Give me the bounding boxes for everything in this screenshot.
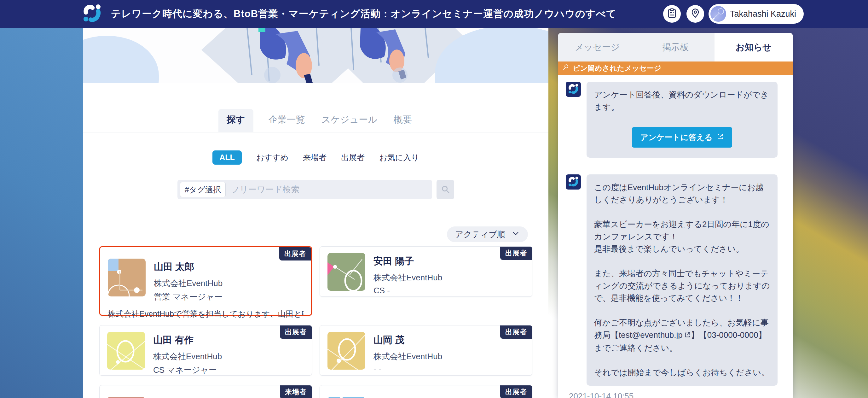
panel-tab-messages[interactable]: メッセージ xyxy=(558,33,637,61)
tab-overview[interactable]: 概要 xyxy=(393,109,413,132)
external-link-icon xyxy=(716,133,724,142)
attendee-card-grid: 出展者 山田 太郎 株式会社EventHub 営業 マネージャー xyxy=(99,246,532,398)
eventhub-avatar xyxy=(566,82,581,97)
attendee-role: CS - xyxy=(373,286,442,295)
attendee-name: 山田 有作 xyxy=(153,334,222,347)
attendee-role: - - xyxy=(373,365,442,374)
tab-sagasu[interactable]: 探す xyxy=(218,109,253,132)
search-icon xyxy=(441,184,450,195)
attendee-info: 山田 太郎 株式会社EventHub 営業 マネージャー xyxy=(154,259,222,303)
attendee-card-yamada-taro[interactable]: 出展者 山田 太郎 株式会社EventHub 営業 マネージャー xyxy=(99,246,312,316)
pinned-messages-label: ピン留めされたメッセージ xyxy=(573,63,661,73)
left-background xyxy=(0,28,83,398)
pinned-message-section: アンケート回答後、資料のダウンロードができます。 アンケートに答える xyxy=(558,75,793,166)
attendee-company: 株式会社EventHub xyxy=(373,272,442,283)
app-header: テレワーク時代に変わる、BtoB営業・マーケティング活動：オンラインセミナー運営… xyxy=(0,0,868,28)
attendee-card-yamaoka-shigeru[interactable]: 出展者 山岡 茂 株式会社EventHub - - xyxy=(319,325,532,376)
tab-company-list[interactable]: 企業一覧 xyxy=(267,109,306,132)
attendee-name: 山岡 茂 xyxy=(373,334,442,347)
filter-recommended[interactable]: おすすめ xyxy=(256,152,288,163)
eventhub-logo-icon xyxy=(81,2,103,25)
status-badge: 出展者 xyxy=(500,247,532,260)
attendee-card-yasuda-yoko[interactable]: 出展者 安田 陽子 株式会社EventHub CS - xyxy=(319,246,532,297)
avatar xyxy=(328,397,365,398)
location-button[interactable] xyxy=(686,5,704,23)
search-input[interactable] xyxy=(231,185,427,195)
filter-exhibitors[interactable]: 出展者 xyxy=(341,152,365,163)
message-timestamp: 2021-10-14 10:55 xyxy=(569,391,785,398)
user-menu[interactable]: Takahashi Kazuki xyxy=(709,4,804,24)
attendee-info: Morooka Yuiko xyxy=(153,397,220,398)
avatar xyxy=(107,332,145,370)
attendee-company: 株式会社EventHub xyxy=(154,278,222,289)
location-icon xyxy=(690,8,701,20)
welcome-p3: また、来場者の方々同士でもチャットやミーティングの交流ができるようになっておりま… xyxy=(594,267,770,304)
attendee-card-yamada-yusaku[interactable]: 出展者 山田 有作 株式会社EventHub CS マネージャー xyxy=(99,325,312,376)
search-field: #タグ選択 xyxy=(178,180,432,199)
pinned-message-bubble: アンケート回答後、資料のダウンロードができます。 アンケートに答える xyxy=(587,82,778,158)
filter-all[interactable]: ALL xyxy=(212,150,242,165)
main-content: 探す 企業一覧 スケジュール 概要 ALL おすすめ 来場者 出展者 お気に入り… xyxy=(83,28,549,398)
external-link-icon xyxy=(684,330,691,342)
tag-select-button[interactable]: #タグ選択 xyxy=(180,182,226,197)
tasks-button[interactable] xyxy=(663,5,681,23)
status-badge: 出展者 xyxy=(500,325,532,339)
hero-illustration xyxy=(83,28,549,83)
attendee-name: 山田 太郎 xyxy=(154,260,222,274)
search-button[interactable] xyxy=(436,180,454,199)
status-badge: 出展者 xyxy=(279,247,311,260)
welcome-p5: それでは開始まで今しばらくお待ちください。 xyxy=(594,366,770,379)
attendee-description: 株式会社EventHubで営業を担当しております、山田と申しま… xyxy=(108,309,304,319)
attendee-info: 1. 岩本 総一 xyxy=(373,397,425,398)
filter-visitors[interactable]: 来場者 xyxy=(303,152,327,163)
panel-tab-announcements[interactable]: お知らせ xyxy=(714,33,793,61)
chevron-down-icon xyxy=(512,229,520,240)
attendee-info: 山岡 茂 株式会社EventHub - - xyxy=(373,332,442,374)
status-badge: 出展者 xyxy=(280,325,312,339)
attendee-card-morooka-yuiko[interactable]: 来場者 Morooka Yuiko xyxy=(99,385,312,398)
pinned-message-text: アンケート回答後、資料のダウンロードができます。 xyxy=(594,89,770,113)
pinned-messages-bar: ピン留めされたメッセージ xyxy=(558,61,793,75)
tasks-icon xyxy=(666,8,677,20)
answer-survey-label: アンケートに答える xyxy=(640,132,712,143)
event-title: テレワーク時代に変わる、BtoB営業・マーケティング活動：オンラインセミナー運営… xyxy=(111,0,617,28)
support-email-link[interactable]: test@eventhub.jp xyxy=(619,330,683,340)
user-avatar xyxy=(710,6,726,22)
attendee-card-iwamoto-soichi[interactable]: 出展者 1. 岩本 総一 xyxy=(319,385,532,398)
welcome-p1: この度はEventHubオンラインセミナーにお越しくださりありがとうございます！ xyxy=(594,181,770,206)
pin-icon xyxy=(563,64,569,73)
communication-panel: メッセージ 掲示板 お知らせ ピン留めされたメッセージ アンケート xyxy=(558,33,793,398)
panel-tabs: メッセージ 掲示板 お知らせ xyxy=(558,33,793,61)
status-badge: 来場者 xyxy=(280,386,312,398)
sort-dropdown[interactable]: アクティブ順 xyxy=(447,226,528,242)
panel-tab-board[interactable]: 掲示板 xyxy=(637,33,714,61)
eventhub-avatar xyxy=(566,174,581,190)
welcome-p4: 何かご不明な点がございましたら、お気軽に事務局【test@eventhub.jp… xyxy=(594,317,770,354)
tab-schedule[interactable]: スケジュール xyxy=(320,109,378,132)
welcome-message-bubble: この度はEventHubオンラインセミナーにお越しくださりありがとうございます！… xyxy=(587,174,778,386)
sort-label: アクティブ順 xyxy=(455,229,505,240)
attendee-role: 営業 マネージャー xyxy=(154,291,222,303)
search-row: #タグ選択 xyxy=(83,180,549,199)
attendee-company: 株式会社EventHub xyxy=(153,351,222,362)
attendee-info: 山田 有作 株式会社EventHub CS マネージャー xyxy=(153,332,222,376)
avatar xyxy=(108,259,146,296)
status-badge: 出展者 xyxy=(500,386,532,398)
filter-chips: ALL おすすめ 来場者 出展者 お気に入り xyxy=(83,150,549,165)
user-name: Takahashi Kazuki xyxy=(730,9,796,19)
attendee-role: CS マネージャー xyxy=(153,365,222,376)
content-nav-tabs: 探す 企業一覧 スケジュール 概要 xyxy=(83,113,549,133)
announcement-list: この度はEventHubオンラインセミナーにお越しくださりありがとうございます！… xyxy=(558,166,793,398)
avatar xyxy=(328,253,365,291)
attendee-name: 安田 陽子 xyxy=(373,255,442,268)
filter-favorites[interactable]: お気に入り xyxy=(379,152,419,163)
avatar xyxy=(107,397,145,398)
welcome-p2: 豪華スピーカーをお迎えする2日間の年に1度のカンファレンスです！ 是非最後まで楽… xyxy=(594,218,770,255)
avatar xyxy=(328,332,365,370)
attendee-company: 株式会社EventHub xyxy=(373,351,442,362)
attendee-info: 安田 陽子 株式会社EventHub CS - xyxy=(373,253,442,295)
answer-survey-button[interactable]: アンケートに答える xyxy=(632,127,732,148)
